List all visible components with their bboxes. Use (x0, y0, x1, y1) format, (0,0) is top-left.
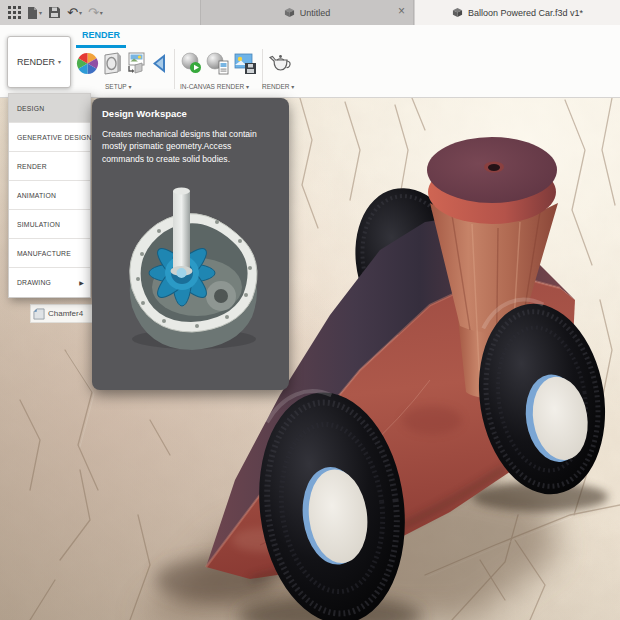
ribbon-tab-render[interactable]: RENDER (79, 30, 123, 40)
decal-icon[interactable] (126, 52, 146, 79)
capture-image-icon[interactable] (206, 52, 230, 79)
workspace-menu: DESIGN GENERATIVE DESIGN RENDER ANIMATIO… (8, 93, 91, 298)
tab-label: Balloon Powered Car.f3d v1* (468, 8, 583, 18)
caret-icon[interactable]: ▾ (100, 10, 103, 16)
browser-item-label: Chamfer4 (48, 309, 83, 318)
appearance-color-wheel-icon[interactable] (76, 52, 99, 79)
document-icon (452, 7, 463, 18)
workspace-switcher-button[interactable]: RENDER ▾ (7, 36, 71, 88)
tooltip-title: Design Workspace (102, 108, 279, 119)
group-separator (174, 49, 175, 89)
document-tab-balloon-car[interactable]: Balloon Powered Car.f3d v1* (415, 0, 620, 25)
caret-icon[interactable]: ▾ (79, 10, 82, 16)
chamfer-feature-icon (33, 308, 45, 320)
render-teapot-icon[interactable] (268, 52, 293, 78)
caret-icon: ▾ (246, 84, 249, 90)
caret-icon: ▾ (58, 59, 61, 65)
quick-access-toolbar: ▾ ↶ ▾ ↷ ▾ (0, 0, 200, 25)
caret-icon: ▾ (291, 84, 294, 90)
menu-item-manufacture[interactable]: MANUFACTURE (9, 239, 90, 268)
group-label-in-canvas-render[interactable]: IN-CANVAS RENDER ▾ (180, 83, 249, 90)
file-new-icon[interactable]: ▾ (27, 6, 42, 20)
menu-item-render[interactable]: RENDER (9, 152, 90, 181)
browser-item-chamfer4[interactable]: Chamfer4 (30, 304, 95, 323)
caret-icon: ▾ (128, 84, 131, 90)
tab-label: Untitled (300, 8, 331, 18)
scene-settings-icon[interactable] (103, 52, 123, 79)
caret-icon[interactable]: ▾ (39, 10, 42, 16)
title-bar: ▾ ↶ ▾ ↷ ▾ Untitled × (0, 0, 620, 25)
fusion360-window: ▾ ↶ ▾ ↷ ▾ Untitled × (0, 0, 620, 620)
submenu-arrow-icon: ▶ (79, 279, 84, 286)
tooltip-body: Creates mechanical designs that contain … (102, 128, 274, 165)
texture-icon[interactable] (150, 52, 170, 79)
undo-icon[interactable]: ↶ ▾ (67, 6, 82, 19)
menu-item-simulation[interactable]: SIMULATION (9, 210, 90, 239)
ribbon-toolbar: RENDER ▾ RENDER (0, 25, 620, 98)
menu-item-design[interactable]: DESIGN (9, 94, 90, 123)
render-save-icon[interactable] (234, 52, 257, 79)
close-icon[interactable]: × (398, 4, 405, 18)
menu-item-drawing[interactable]: DRAWING ▶ (9, 268, 90, 297)
in-canvas-render-icon[interactable] (180, 52, 203, 79)
design-workspace-preview-image (102, 169, 279, 355)
funnel-hole (488, 164, 500, 171)
group-label-setup[interactable]: SETUP ▾ (105, 83, 131, 90)
menu-item-animation[interactable]: ANIMATION (9, 181, 90, 210)
design-workspace-tooltip: Design Workspace Creates mechanical desi… (92, 98, 289, 390)
redo-icon[interactable]: ↷ ▾ (88, 6, 103, 19)
workspace-switcher-label: RENDER (17, 57, 55, 67)
document-tab-untitled[interactable]: Untitled × (200, 0, 414, 25)
app-grid-icon[interactable] (8, 6, 21, 19)
save-icon[interactable] (48, 6, 61, 19)
active-tab-underline (76, 45, 126, 48)
group-label-render[interactable]: RENDER ▾ (262, 83, 294, 90)
menu-item-generative-design[interactable]: GENERATIVE DESIGN (9, 123, 90, 152)
document-icon (284, 7, 295, 18)
